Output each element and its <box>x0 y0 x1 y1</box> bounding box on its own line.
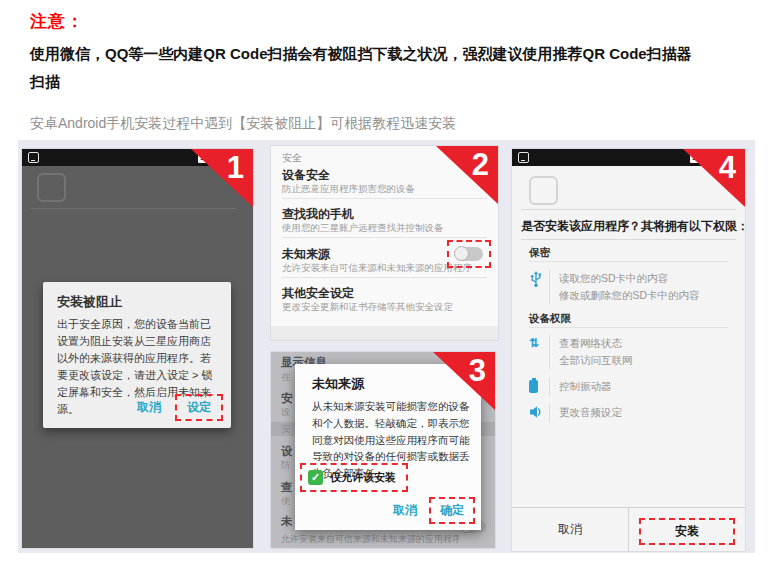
tutorial-subtitle: 安卓Android手机安装过程中遇到【安装被阻止】可根据教程迅速安装 <box>30 115 456 133</box>
divider <box>282 277 487 278</box>
screenshot-icon <box>518 152 529 163</box>
dimmed-item-subtitle: 设 <box>281 406 291 419</box>
dimmed-item-subtitle: 防 <box>281 459 291 472</box>
screenshot-icon <box>28 152 39 163</box>
install-question-title: 是否安装该应用程序？其将拥有以下权限： <box>521 218 749 235</box>
step-badge-2: 2 <box>436 146 498 204</box>
dialog-title: 安装被阻止 <box>57 293 122 311</box>
cancel-button[interactable]: 取消 <box>385 498 425 523</box>
screenshot-step1: 1 4G ⇵ 7 安装被阻止 出于安全原因，您的设备当前已设置为阻止安装从三星应… <box>22 149 253 548</box>
setting-item-unknown-sources[interactable]: 未知来源 <box>282 246 330 263</box>
audio-icon <box>529 404 549 423</box>
setting-item-other-security[interactable]: 其他安全设定 <box>282 285 354 302</box>
permission-row-vibration: 控制振动器 <box>529 378 612 397</box>
step-badge-3: 3 <box>433 352 495 410</box>
setting-item-device-security[interactable]: 设备安全 <box>282 167 330 184</box>
security-header: 安全 <box>282 151 302 165</box>
dimmed-item-title: 设 <box>281 444 293 459</box>
checkbox-label: 仅允许该安装 <box>330 470 396 485</box>
divider <box>521 209 736 210</box>
dimmed-item-title: 未 <box>281 514 293 529</box>
divider <box>31 208 236 209</box>
step-number: 2 <box>472 147 489 183</box>
app-icon-placeholder <box>37 173 66 202</box>
permission-line: 全部访问互联网 <box>559 352 633 369</box>
setting-item-find-my-phone[interactable]: 查找我的手机 <box>282 206 354 223</box>
toggle-knob <box>454 246 469 261</box>
divider <box>521 239 736 240</box>
step-badge-1: 1 <box>191 149 253 207</box>
setting-item-subtitle: 使用您的三星账户远程查找并控制设备 <box>282 222 444 235</box>
notice-body: 使用微信，QQ等一些内建QR Code扫描会有被阻挡下载之状况，强烈建议使用推荐… <box>30 40 752 96</box>
permission-line: 查看网络状态 <box>559 335 633 352</box>
permission-row-sd: 读取您的SD卡中的内容 修改或删除您的SD卡中的内容 <box>529 270 700 304</box>
settings-button[interactable]: 设定 <box>175 394 223 421</box>
checked-checkbox-icon[interactable]: ✓ <box>308 470 323 485</box>
dimmed-item-title: 安 <box>281 391 293 406</box>
permission-line: 更改音频设定 <box>559 404 622 421</box>
allow-once-highlight: ✓ 仅允许该安装 <box>300 463 408 492</box>
section-device-permissions: 设备权限 <box>529 312 571 326</box>
screenshot-step3: 显示信息 在 安 设 安 设 防 查 使 未 允许安装来自可信来源和未知来源的应… <box>271 352 495 548</box>
screenshot-step2: 安全 设备安全 防止恶意应用程序损害您的设备 查找我的手机 使用您的三星账户远程… <box>271 146 498 340</box>
permission-row-audio: 更改音频设定 <box>529 404 622 423</box>
dimmed-item-title: 查 <box>281 480 293 495</box>
setting-item-subtitle: 更改安全更新和证书存储等其他安全设定 <box>282 301 453 314</box>
permission-row-network: ⇅ 查看网络状态 全部访问互联网 <box>529 335 633 369</box>
permission-line: 读取您的SD卡中的内容 <box>559 270 700 287</box>
unknown-sources-toggle-highlight <box>447 240 491 268</box>
app-icon-placeholder <box>529 176 558 205</box>
install-button[interactable]: 安装 <box>639 518 735 545</box>
step-number: 1 <box>227 150 244 186</box>
dimmed-section-label: 安 <box>281 423 291 436</box>
divider <box>529 327 728 328</box>
notice-title: 注意： <box>30 10 84 33</box>
section-privacy: 保密 <box>529 246 550 260</box>
cancel-button[interactable]: 取消 <box>127 395 171 420</box>
footer-band <box>271 326 498 340</box>
step-number: 4 <box>719 150 736 186</box>
setting-item-subtitle: 允许安装来自可信来源和未知来源的应用程序 <box>282 262 472 275</box>
screenshot-step4: 1 4G ⇵ 7 是否安装该应用程序？其将拥有以下权限： 保密 读取您的S <box>512 149 745 551</box>
cancel-button[interactable]: 取消 <box>512 508 628 551</box>
toggle-off[interactable] <box>455 247 483 261</box>
dimmed-item-subtitle: 在 <box>281 371 291 384</box>
ok-button[interactable]: 确定 <box>429 497 475 524</box>
divider <box>529 261 728 262</box>
install-blocked-dialog: 安装被阻止 出于安全原因，您的设备当前已设置为阻止安装从三星应用商店以外的来源获… <box>43 282 231 428</box>
button-divider <box>628 508 629 551</box>
step-number: 3 <box>469 353 486 389</box>
dimmed-item-subtitle: 使 <box>281 495 291 508</box>
vibration-icon <box>529 378 549 397</box>
usb-icon <box>529 270 549 292</box>
permission-line: 控制振动器 <box>559 378 612 395</box>
dimmed-item-subtitle: 允许安装来自可信来源和未知来源的应用程序 <box>281 533 459 546</box>
dialog-title: 未知来源 <box>312 375 364 393</box>
permission-line: 修改或删除您的SD卡中的内容 <box>559 287 700 304</box>
divider <box>282 237 487 238</box>
step-badge-4: 4 <box>683 149 745 207</box>
network-updown-icon: ⇅ <box>529 335 549 350</box>
setting-item-subtitle: 防止恶意应用程序损害您的设备 <box>282 183 415 196</box>
